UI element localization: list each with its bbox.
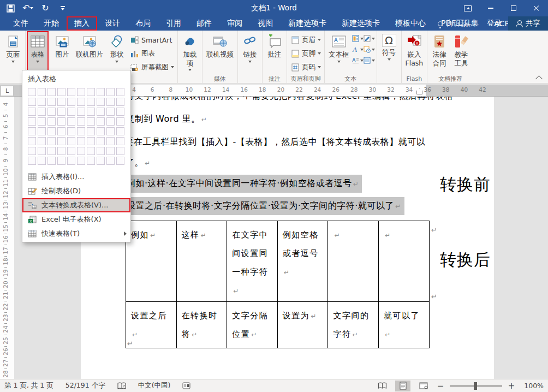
menu-item-convert-text-to-table[interactable]: 文本转换成表格(V)... <box>22 198 130 212</box>
doc-table-cell[interactable]: ↵ <box>328 221 379 302</box>
quick-parts-button[interactable] <box>353 33 364 44</box>
tab-new-tab-1[interactable]: 新建选项卡 <box>281 16 334 31</box>
table-grid-cell[interactable] <box>28 88 36 96</box>
table-grid-cell[interactable] <box>116 137 124 145</box>
table-grid-cell[interactable] <box>28 98 36 106</box>
doc-table-cell[interactable]: ↵ <box>378 221 429 302</box>
table-grid-cell[interactable] <box>116 108 124 116</box>
table-grid-cell[interactable] <box>106 157 115 165</box>
selected-text-line[interactable]: 例如·这样·在文字中间设置同一种字符·例如空格或者逗号↵ <box>122 175 362 193</box>
table-grid-cell[interactable] <box>97 137 105 145</box>
table-grid-cell[interactable] <box>67 98 75 106</box>
table-grid-cell[interactable] <box>38 157 46 165</box>
doc-table-cell[interactable]: 设置之后↵ <box>126 302 177 348</box>
table-grid-cell[interactable] <box>28 137 36 145</box>
zoom-in-button[interactable]: + <box>508 381 515 391</box>
online-video-button[interactable]: 联机视频 <box>204 32 236 74</box>
table-grid-cell[interactable] <box>106 98 115 106</box>
tab-insert[interactable]: 插入 <box>67 16 97 31</box>
table-grid-cell[interactable] <box>97 117 105 126</box>
tab-references[interactable]: 引用 <box>158 16 189 31</box>
table-grid-cell[interactable] <box>77 157 85 165</box>
web-layout-button[interactable] <box>416 381 431 391</box>
table-grid-cell[interactable] <box>38 117 46 126</box>
table-grid-cell[interactable] <box>57 127 65 135</box>
teaching-tools-button[interactable]: 教学 工具 <box>451 32 472 74</box>
word-count[interactable]: 52/191 个字 <box>65 381 105 390</box>
zoom-level[interactable]: 100% <box>521 382 544 390</box>
link-button[interactable]: 链接 <box>240 32 260 74</box>
table-grid-cell[interactable] <box>97 127 105 135</box>
textbox-button[interactable]: A 文本框 <box>326 32 352 74</box>
tab-template-center[interactable]: 模板中心 <box>388 16 433 31</box>
table-grid-cell[interactable] <box>47 137 56 145</box>
zoom-slider[interactable] <box>450 385 502 387</box>
table-grid-cell[interactable] <box>47 98 56 106</box>
table-grid-cell[interactable] <box>97 88 105 96</box>
table-grid-cell[interactable] <box>57 137 65 145</box>
table-grid-cell[interactable] <box>47 127 56 135</box>
table-grid-cell[interactable] <box>38 127 46 135</box>
shapes-button[interactable]: 形状 <box>106 32 127 74</box>
menu-item-insert-table[interactable]: 插入表格(I)... <box>22 170 130 184</box>
undo-dropdown-arrow-icon[interactable] <box>30 7 33 9</box>
table-grid-cell[interactable] <box>67 147 75 155</box>
chart-button[interactable]: 图表 <box>128 47 176 60</box>
table-button[interactable]: 表格 <box>27 32 48 74</box>
close-button[interactable] <box>525 0 548 16</box>
doc-table-cell[interactable]: 例如空格或者逗号↵ <box>277 221 328 302</box>
table-grid-cell[interactable] <box>106 117 115 126</box>
table-grid-cell[interactable] <box>38 98 46 106</box>
tab-view[interactable]: 视图 <box>250 16 281 31</box>
table-grid-cell[interactable] <box>67 117 75 126</box>
addins-button[interactable]: 加载 项 <box>180 32 200 74</box>
table-grid-cell[interactable] <box>116 147 124 155</box>
header-button[interactable]: 页眉 <box>289 33 323 46</box>
tab-review[interactable]: 审阅 <box>219 16 250 31</box>
tab-layout[interactable]: 布局 <box>128 16 158 31</box>
ribbon-display-options-button[interactable] <box>456 0 479 16</box>
table-grid-cell[interactable] <box>47 147 56 155</box>
table-grid-cell[interactable] <box>97 108 105 116</box>
save-icon[interactable] <box>4 2 16 15</box>
table-grid-cell[interactable] <box>77 88 85 96</box>
table-grid-cell[interactable] <box>87 88 95 96</box>
table-grid-cell[interactable] <box>28 127 36 135</box>
picture-button[interactable]: 图片 <box>52 32 73 74</box>
doc-table-cell[interactable]: 在转换时将↵ <box>176 302 227 348</box>
page-info[interactable]: 第 1 页, 共 1 页 <box>4 381 53 390</box>
table-grid-cell[interactable] <box>28 108 36 116</box>
doc-table-cell[interactable]: 文字分隔位置↵ <box>227 302 278 348</box>
table-grid-cell[interactable] <box>97 157 105 165</box>
table-grid-cell[interactable] <box>28 157 36 165</box>
tab-new-tab-2[interactable]: 新建选项卡 <box>334 16 388 31</box>
table-grid-cell[interactable] <box>57 98 65 106</box>
menu-item-draw-table[interactable]: 绘制表格(D) <box>22 184 130 198</box>
tell-me-box[interactable]: 告诉我... <box>432 16 480 31</box>
table-grid-cell[interactable] <box>106 88 115 96</box>
datetime-button[interactable] <box>364 44 375 55</box>
table-grid-cell[interactable] <box>106 147 115 155</box>
tab-home[interactable]: 开始 <box>36 16 67 31</box>
tab-design[interactable]: 设计 <box>97 16 128 31</box>
table-grid-cell[interactable] <box>38 137 46 145</box>
online-pictures-button[interactable]: 联机图片 <box>74 32 105 74</box>
table-grid-cell[interactable] <box>77 137 85 145</box>
doc-table-cell[interactable]: 文字间的字符↵ <box>328 302 379 348</box>
doc-table-cell[interactable]: 设置为↵ <box>277 302 328 348</box>
table-grid-cell[interactable] <box>47 108 56 116</box>
table-grid-cell[interactable] <box>116 88 124 96</box>
table-grid-cell[interactable] <box>106 127 115 135</box>
minimize-button[interactable] <box>479 0 502 16</box>
doc-table-cell[interactable]: 就可以了↵ <box>378 302 429 348</box>
read-mode-button[interactable] <box>374 381 390 391</box>
dropcap-button[interactable]: A <box>353 55 364 66</box>
object-button[interactable] <box>364 55 375 66</box>
table-grid-cell[interactable] <box>67 157 75 165</box>
legal-contract-button[interactable]: 法律 合同 <box>429 32 450 74</box>
edit-header-button[interactable] <box>364 33 375 44</box>
tab-mailings[interactable]: 邮件 <box>189 16 219 31</box>
embed-flash-button[interactable]: A 嵌入 Flash <box>403 32 426 74</box>
share-button[interactable]: 共享 <box>508 16 548 31</box>
login-button[interactable]: 登录 <box>480 16 508 31</box>
